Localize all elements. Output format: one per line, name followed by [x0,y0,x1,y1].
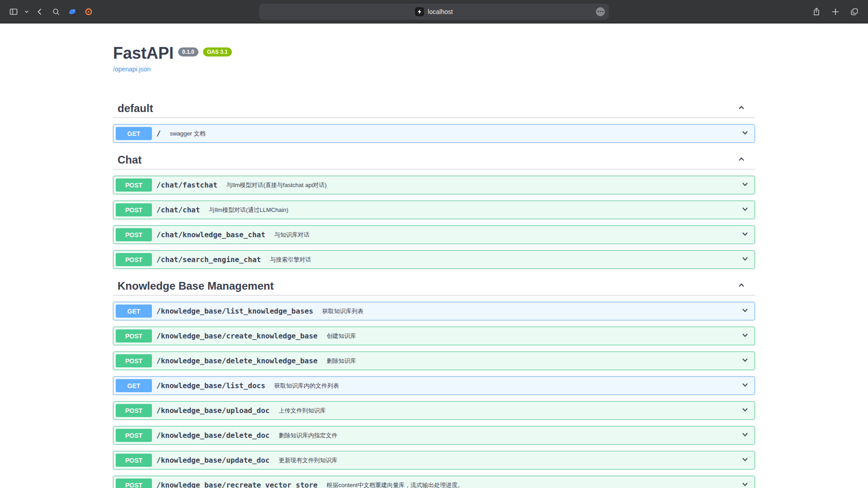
section-header[interactable]: default [113,98,755,118]
operation-row[interactable]: POST /chat/knowledge_base_chat 与知识库对话 [113,225,755,244]
chevron-down-icon[interactable] [741,455,750,466]
operation-path: /chat/knowledge_base_chat [152,230,270,239]
api-section: Knowledge Base Management GET /knowledge… [113,275,755,488]
orange-ring-extension-icon [84,7,93,16]
back-button[interactable] [33,5,47,19]
sidebar-chevron-button[interactable] [23,5,31,19]
operation-description: 与llm模型对话(直接与fastchat api对话) [222,181,741,189]
section-operations: GET /knowledge_base/list_knowledge_bases… [113,302,755,488]
operation-path: /chat/fastchat [152,181,222,189]
operation-path: /knowledge_base/recreate_vector_store [152,481,322,488]
method-badge: GET [116,305,152,318]
operation-row[interactable]: POST /knowledge_base/create_knowledge_ba… [113,327,755,345]
operation-description: 上传文件到知识库 [274,407,741,415]
operation-row[interactable]: POST /knowledge_base/delete_knowledge_ba… [113,352,755,370]
chevron-down-icon[interactable] [741,306,750,317]
operation-description: 创建知识库 [322,332,741,340]
operation-path: /knowledge_base/list_knowledge_bases [152,307,318,315]
method-badge: GET [116,127,152,140]
method-badge: POST [116,479,152,488]
chevron-down-icon[interactable] [741,356,750,366]
page-menu-icon[interactable] [596,7,605,16]
operation-path: /knowledge_base/upload_doc [152,406,274,415]
api-info: FastAPI 0.1.0 OAS 3.1 /openapi.json [113,23,755,73]
swagger-page: FastAPI 0.1.0 OAS 3.1 /openapi.json defa… [0,23,868,488]
method-badge: POST [116,429,152,442]
method-badge: POST [116,253,152,266]
operation-description: 根据content中文档重建向量库，流式输出处理进度。 [322,481,741,488]
method-badge: POST [116,404,152,417]
method-badge: POST [116,203,152,216]
plus-icon [831,7,840,16]
operation-row[interactable]: POST /chat/search_engine_chat 与搜索引擎对话 [113,250,755,269]
operation-path: /knowledge_base/delete_doc [152,431,274,440]
operation-row[interactable]: POST /chat/chat 与llm模型对话(通过LLMChain) [113,201,755,219]
operation-path: /chat/chat [152,206,204,214]
openapi-spec-link[interactable]: /openapi.json [113,66,151,73]
operation-row[interactable]: POST /knowledge_base/upload_doc 上传文件到知识库 [113,401,755,420]
operation-path: /knowledge_base/update_doc [152,456,274,465]
method-badge: POST [116,454,152,467]
share-icon [812,7,821,16]
chevron-down-icon[interactable] [741,331,750,342]
method-badge: POST [116,329,152,343]
api-section: default GET / swagger 文档 [113,98,755,143]
api-title: FastAPI 0.1.0 OAS 3.1 [113,43,755,63]
operation-row[interactable]: POST /knowledge_base/delete_doc 删除知识库内指定… [113,426,755,445]
operation-row[interactable]: POST /knowledge_base/recreate_vector_sto… [113,476,755,488]
extension-orange-button[interactable] [81,5,96,19]
operation-row[interactable]: GET /knowledge_base/list_knowledge_bases… [113,302,755,320]
section-header[interactable]: Knowledge Base Management [113,275,755,296]
operation-description: 与搜索引擎对话 [265,256,741,264]
section-title: default [118,102,737,115]
operation-path: /knowledge_base/delete_knowledge_base [152,357,322,365]
section-operations: GET / swagger 文档 [113,124,755,143]
chevron-down-icon[interactable] [741,480,750,488]
chevron-down-icon [24,9,29,14]
site-favicon-icon [415,7,424,16]
operation-description: 与llm模型对话(通过LLMChain) [204,206,741,214]
address-bar[interactable]: localhost [259,4,609,20]
chevron-down-icon[interactable] [741,254,750,265]
api-section: Chat POST /chat/fastchat 与llm模型对话(直接与fas… [113,149,755,269]
section-header[interactable]: Chat [113,149,755,169]
chevron-down-icon[interactable] [741,430,750,441]
chevron-up-icon[interactable] [737,102,746,115]
chevron-down-icon[interactable] [741,128,750,139]
operation-path: / [152,129,165,138]
operation-path: /chat/search_engine_chat [152,255,265,264]
operation-description: 更新现有文件到知识库 [274,456,741,465]
operation-description: 删除知识库内指定文件 [274,432,741,440]
browser-toolbar: localhost [0,0,868,23]
address-text: localhost [428,8,453,15]
operation-description: 获取知识库内的文件列表 [270,382,741,390]
tab-overview-button[interactable] [847,5,862,19]
section-title: Knowledge Base Management [118,280,737,292]
sidebar-icon [9,7,18,16]
section-operations: POST /chat/fastchat 与llm模型对话(直接与fastchat… [113,176,755,269]
new-tab-button[interactable] [828,5,843,19]
operation-row[interactable]: GET /knowledge_base/list_docs 获取知识库内的文件列… [113,376,755,395]
method-badge: POST [116,228,152,241]
chevron-up-icon[interactable] [737,154,746,166]
version-badge: 0.1.0 [178,47,198,56]
section-title: Chat [118,154,737,166]
chevron-down-icon[interactable] [741,380,750,391]
method-badge: POST [116,178,152,192]
operation-row[interactable]: GET / swagger 文档 [113,124,755,143]
sidebar-toggle-button[interactable] [6,5,21,19]
chevron-down-icon[interactable] [741,230,750,240]
extension-blue-button[interactable] [65,5,80,19]
share-button[interactable] [809,5,824,19]
chevron-up-icon[interactable] [737,280,746,292]
chevron-down-icon[interactable] [741,180,750,191]
operation-row[interactable]: POST /knowledge_base/update_doc 更新现有文件到知… [113,451,755,469]
method-badge: POST [116,354,152,367]
chevron-down-icon[interactable] [741,405,750,416]
operation-row[interactable]: POST /chat/fastchat 与llm模型对话(直接与fastchat… [113,176,755,194]
operation-description: 删除知识库 [322,357,741,365]
chevron-down-icon[interactable] [741,205,750,216]
search-button[interactable] [49,5,63,19]
oas-badge: OAS 3.1 [203,47,232,56]
operation-description: 获取知识库列表 [318,307,741,315]
